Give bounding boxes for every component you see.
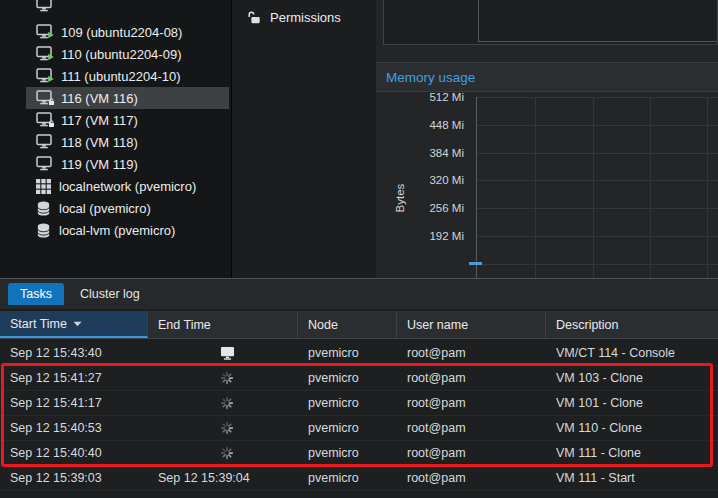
memory-plot-area: [476, 97, 718, 278]
task-node: pvemicro: [298, 471, 397, 485]
y-tick: 192 Mi: [429, 229, 464, 243]
play-badge-icon: [47, 53, 55, 61]
y-tick: 384 Mi: [429, 146, 464, 160]
log-tab-bar: Tasks Cluster log: [0, 279, 718, 309]
tree-item-vm-111[interactable]: 111 (ubuntu2204-10): [26, 65, 229, 87]
task-end-time: [148, 446, 298, 460]
lock-badge-icon: [47, 97, 56, 106]
task-row[interactable]: Sep 12 15:43:40 pvemicro root@pam VM/CT …: [0, 341, 718, 366]
task-description: VM 111 - Clone: [546, 446, 718, 460]
task-row[interactable]: Sep 12 15:40:53 pvemicro root@pam VM 110…: [0, 416, 718, 441]
task-end-time: [148, 346, 298, 360]
tree-item-label: localnetwork (pvemicro): [59, 179, 196, 194]
column-header-start-time[interactable]: Start Time: [0, 311, 148, 338]
y-tick: 448 Mi: [429, 118, 464, 132]
tree-item-label: 116 (VM 116): [61, 91, 138, 106]
task-row[interactable]: Sep 12 15:41:17 pvemicro root@pam VM 101…: [0, 391, 718, 416]
task-description: VM 111 - Start: [546, 471, 718, 485]
tree-item-vm-110[interactable]: 110 (ubuntu2204-09): [26, 43, 229, 65]
tree-item-partial[interactable]: [36, 0, 232, 12]
tree-item-local-lvm-storage[interactable]: local-lvm (pvemicro): [26, 219, 229, 241]
tree-item-vm-116[interactable]: 116 (VM 116): [26, 87, 229, 109]
tree-item-vm-109[interactable]: 109 (ubuntu2204-08): [26, 21, 229, 43]
charts-panel: Memory usage Bytes 512 Mi 448 Mi 384 Mi …: [376, 0, 718, 278]
tree-item-label: local-lvm (pvemicro): [59, 223, 175, 238]
task-start-time: Sep 12 15:41:17: [0, 396, 148, 410]
task-start-time: Sep 12 15:39:03: [0, 471, 148, 485]
task-node: pvemicro: [298, 446, 397, 460]
task-row[interactable]: Sep 12 15:40:40 pvemicro root@pam VM 111…: [0, 441, 718, 466]
spinner-icon: [220, 396, 234, 410]
vm-locked-icon: [36, 112, 53, 128]
cpu-chart-bottom-edge: [383, 0, 718, 45]
vm-locked-icon: [36, 90, 53, 106]
column-label: Start Time: [10, 317, 67, 331]
sort-desc-icon: [73, 321, 82, 327]
y-tick: 256 Mi: [429, 201, 464, 215]
task-end-time: [148, 396, 298, 410]
task-user: root@pam: [397, 471, 546, 485]
task-description: VM/CT 114 - Console: [546, 346, 718, 360]
task-start-time: Sep 12 15:40:40: [0, 446, 148, 460]
column-label: User name: [407, 318, 468, 332]
console-icon: [220, 346, 235, 360]
column-header-node[interactable]: Node: [298, 311, 397, 338]
task-user: root@pam: [397, 446, 546, 460]
vm-running-icon: [36, 68, 53, 84]
play-badge-icon: [47, 31, 55, 39]
tree-item-label: local (pvemicro): [59, 201, 151, 216]
column-label: Node: [308, 318, 338, 332]
vm-stopped-icon: [36, 134, 53, 150]
tree-item-local-storage[interactable]: local (pvemicro): [26, 197, 229, 219]
tree-item-vm-118[interactable]: 118 (VM 118): [26, 131, 229, 153]
task-start-time: Sep 12 15:40:53: [0, 421, 148, 435]
vm-running-icon: [36, 46, 53, 62]
menu-item-permissions[interactable]: Permissions: [233, 4, 376, 30]
spinner-icon: [220, 421, 234, 435]
task-node: pvemicro: [298, 371, 397, 385]
task-row[interactable]: Sep 12 15:41:27 pvemicro root@pam VM 103…: [0, 366, 718, 391]
task-table-header: Start Time End Time Node User name Descr…: [0, 311, 718, 339]
vm-running-icon: [36, 24, 53, 40]
task-user: root@pam: [397, 346, 546, 360]
memory-usage-title: Memory usage: [386, 70, 475, 85]
tree-item-label: 117 (VM 117): [61, 113, 138, 128]
chart-x-axis-line: [478, 41, 717, 42]
column-header-description[interactable]: Description: [546, 311, 718, 338]
task-end-time: [148, 421, 298, 435]
memory-usage-line: [469, 262, 482, 265]
network-grid-icon: [36, 179, 51, 194]
task-end-time: [148, 371, 298, 385]
tree-item-vm-119[interactable]: 119 (VM 119): [26, 153, 229, 175]
task-node: pvemicro: [298, 396, 397, 410]
spinner-icon: [220, 446, 234, 460]
tree-item-vm-117[interactable]: 117 (VM 117): [26, 109, 229, 131]
tree-item-label: 110 (ubuntu2204-09): [61, 47, 181, 62]
task-row[interactable]: Sep 12 15:39:03 Sep 12 15:39:04 pvemicro…: [0, 466, 718, 491]
menu-item-label: Permissions: [270, 10, 341, 25]
tab-cluster-log[interactable]: Cluster log: [68, 283, 152, 305]
y-tick: 320 Mi: [429, 173, 464, 187]
memory-usage-chart: Bytes 512 Mi 448 Mi 384 Mi 320 Mi 256 Mi…: [376, 92, 718, 278]
vm-menu-panel: Permissions: [233, 0, 376, 278]
resource-tree: 109 (ubuntu2204-08) 110 (ubuntu2204-09) …: [0, 0, 232, 278]
task-node: pvemicro: [298, 421, 397, 435]
task-user: root@pam: [397, 396, 546, 410]
tab-tasks[interactable]: Tasks: [8, 283, 64, 305]
task-description: VM 110 - Clone: [546, 421, 718, 435]
column-header-end-time[interactable]: End Time: [148, 311, 298, 338]
task-table-body: Sep 12 15:43:40 pvemicro root@pam VM/CT …: [0, 341, 718, 498]
task-user: root@pam: [397, 421, 546, 435]
column-header-user-name[interactable]: User name: [397, 311, 546, 338]
lock-badge-icon: [47, 119, 56, 128]
y-tick: 512 Mi: [429, 90, 464, 104]
vm-running-icon: [36, 0, 52, 12]
tree-item-localnetwork[interactable]: localnetwork (pvemicro): [26, 175, 229, 197]
tree-item-label: 118 (VM 118): [61, 135, 138, 150]
unlock-icon: [247, 10, 261, 24]
play-badge-icon: [47, 75, 55, 83]
proxmox-ui: 109 (ubuntu2204-08) 110 (ubuntu2204-09) …: [0, 0, 718, 498]
task-description: VM 101 - Clone: [546, 396, 718, 410]
column-label: End Time: [158, 318, 211, 332]
vm-stopped-icon: [36, 156, 53, 172]
